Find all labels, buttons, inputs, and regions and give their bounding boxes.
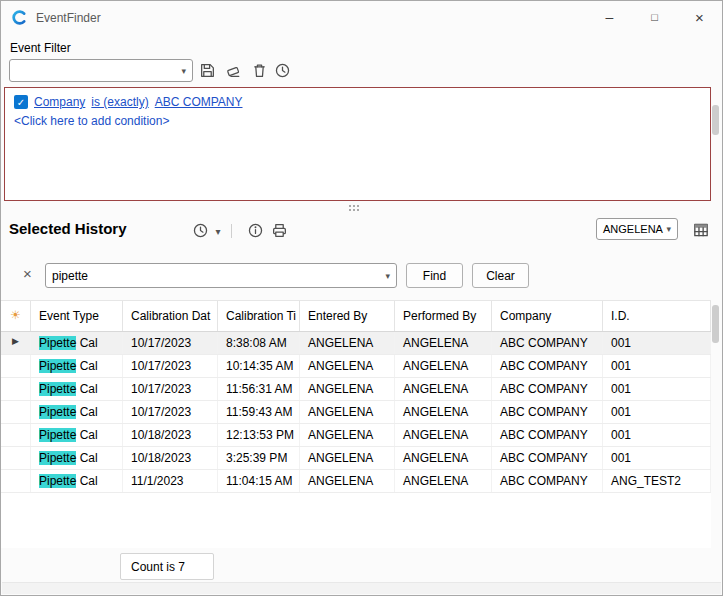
filter-condition-row: ✓ Company is (exactly) ABC COMPANY (14, 95, 701, 109)
cell-calibration-time: 3:25:39 PM (218, 447, 300, 469)
cell-performed-by: ANGELENA (395, 332, 492, 354)
trash-icon (251, 62, 268, 79)
cell-company: ABC COMPANY (492, 332, 603, 354)
grid-scrollbar[interactable] (712, 303, 719, 581)
search-combobox-value: pipette (52, 269, 88, 283)
cell-entered-by: ANGELENA (300, 378, 395, 400)
history-time-filter-chevron[interactable]: ▾ (212, 224, 224, 238)
cell-calibration-time: 12:13:53 PM (218, 424, 300, 446)
column-header-id[interactable]: I.D. (603, 301, 711, 331)
cell-event-type: Pipette Cal (31, 424, 123, 446)
filter-scrollbar-thumb[interactable] (712, 105, 719, 135)
search-close-button[interactable]: × (23, 265, 32, 282)
condition-operator-link[interactable]: is (exactly) (91, 95, 148, 109)
grid-header-row: ☀ Event Type Calibration Dat Calibration… (1, 301, 711, 332)
user-combobox[interactable]: ANGELENA ▾ (596, 218, 678, 240)
grid-scrollbar-thumb[interactable] (712, 305, 719, 343)
cell-id: 001 (603, 355, 711, 377)
cell-entered-by: ANGELENA (300, 447, 395, 469)
print-button[interactable] (271, 222, 288, 239)
cell-event-type: Pipette Cal (31, 401, 123, 423)
cell-company: ABC COMPANY (492, 424, 603, 446)
window-title: EventFinder (36, 11, 101, 25)
grip-dots-icon (349, 205, 361, 213)
filter-panel-scrollbar[interactable] (712, 89, 719, 201)
minimize-button[interactable]: – (587, 1, 632, 33)
cell-id: 001 (603, 378, 711, 400)
current-row-arrow-icon: ▶ (12, 336, 19, 346)
clock-icon (192, 222, 209, 239)
table-row[interactable]: ▶ Pipette Cal 10/17/2023 8:38:08 AM ANGE… (1, 332, 711, 355)
column-header-entered-by[interactable]: Entered By (300, 301, 395, 331)
find-button[interactable]: Find (406, 263, 463, 288)
cell-id: 001 (603, 332, 711, 354)
cell-calibration-time: 11:04:15 AM (218, 470, 300, 492)
user-combobox-value: ANGELENA (603, 223, 663, 235)
condition-checkbox[interactable]: ✓ (14, 95, 28, 109)
cell-company: ABC COMPANY (492, 355, 603, 377)
table-row[interactable]: Pipette Cal 10/17/2023 11:56:31 AM ANGEL… (1, 378, 711, 401)
printer-icon (271, 222, 288, 239)
column-header-company[interactable]: Company (492, 301, 603, 331)
cell-entered-by: ANGELENA (300, 332, 395, 354)
cell-performed-by: ANGELENA (395, 424, 492, 446)
cell-entered-by: ANGELENA (300, 355, 395, 377)
toolbar-separator (231, 224, 232, 238)
table-row[interactable]: Pipette Cal 10/17/2023 11:59:43 AM ANGEL… (1, 401, 711, 424)
row-indicator (1, 447, 31, 469)
condition-field-link[interactable]: Company (34, 95, 85, 109)
cell-performed-by: ANGELENA (395, 378, 492, 400)
column-header-calibration-date[interactable]: Calibration Dat (123, 301, 218, 331)
history-time-filter-button[interactable] (192, 222, 209, 239)
cell-calibration-time: 10:14:35 AM (218, 355, 300, 377)
cell-id: 001 (603, 401, 711, 423)
clear-button[interactable]: Clear (472, 263, 529, 288)
count-badge: Count is 7 (120, 553, 214, 580)
filter-preset-combobox[interactable]: ▾ (9, 59, 193, 82)
search-combobox[interactable]: pipette ▾ (45, 263, 397, 288)
event-filter-label: Event Filter (10, 41, 71, 55)
row-indicator (1, 401, 31, 423)
close-button[interactable]: × (677, 1, 722, 33)
table-row[interactable]: Pipette Cal 11/1/2023 11:04:15 AM ANGELE… (1, 470, 711, 493)
selected-history-title: Selected History (9, 220, 127, 237)
cell-event-type: Pipette Cal (31, 447, 123, 469)
history-grid: ☀ Event Type Calibration Dat Calibration… (1, 300, 711, 548)
table-row[interactable]: Pipette Cal 10/18/2023 3:25:39 PM ANGELE… (1, 447, 711, 470)
save-filter-button[interactable] (198, 61, 216, 79)
chevron-down-icon: ▾ (385, 271, 390, 281)
cell-calibration-date: 11/1/2023 (123, 470, 218, 492)
info-button[interactable] (247, 222, 264, 239)
cell-event-type: Pipette Cal (31, 378, 123, 400)
grid-options-button[interactable]: ☀ (1, 301, 31, 331)
save-icon (199, 62, 216, 79)
row-indicator: ▶ (1, 332, 31, 354)
cell-calibration-date: 10/18/2023 (123, 424, 218, 446)
condition-value-link[interactable]: ABC COMPANY (155, 95, 243, 109)
maximize-button[interactable]: □ (632, 1, 677, 33)
cell-event-type: Pipette Cal (31, 355, 123, 377)
filter-history-button[interactable] (273, 61, 291, 79)
cell-entered-by: ANGELENA (300, 470, 395, 492)
row-indicator (1, 424, 31, 446)
check-icon: ✓ (17, 97, 25, 108)
app-logo-icon (11, 9, 28, 26)
cell-performed-by: ANGELENA (395, 401, 492, 423)
table-row[interactable]: Pipette Cal 10/18/2023 12:13:53 PM ANGEL… (1, 424, 711, 447)
filter-conditions-panel: ✓ Company is (exactly) ABC COMPANY <Clic… (4, 87, 711, 201)
cell-calibration-date: 10/17/2023 (123, 332, 218, 354)
column-header-calibration-time[interactable]: Calibration Ti (218, 301, 300, 331)
cell-performed-by: ANGELENA (395, 355, 492, 377)
grid-layout-button[interactable] (692, 221, 710, 239)
delete-filter-button[interactable] (250, 61, 268, 79)
column-header-performed-by[interactable]: Performed By (395, 301, 492, 331)
chevron-down-icon: ▾ (666, 224, 671, 234)
clear-filter-button[interactable] (224, 61, 242, 79)
table-row[interactable]: Pipette Cal 10/17/2023 10:14:35 AM ANGEL… (1, 355, 711, 378)
add-condition-link[interactable]: <Click here to add condition> (14, 114, 701, 128)
splitter-handle[interactable] (1, 204, 709, 214)
eventfinder-window: EventFinder – □ × Event Filter ▾ (0, 0, 723, 596)
column-header-event-type[interactable]: Event Type (31, 301, 123, 331)
cell-event-type: Pipette Cal (31, 332, 123, 354)
sun-icon: ☀ (10, 308, 21, 322)
